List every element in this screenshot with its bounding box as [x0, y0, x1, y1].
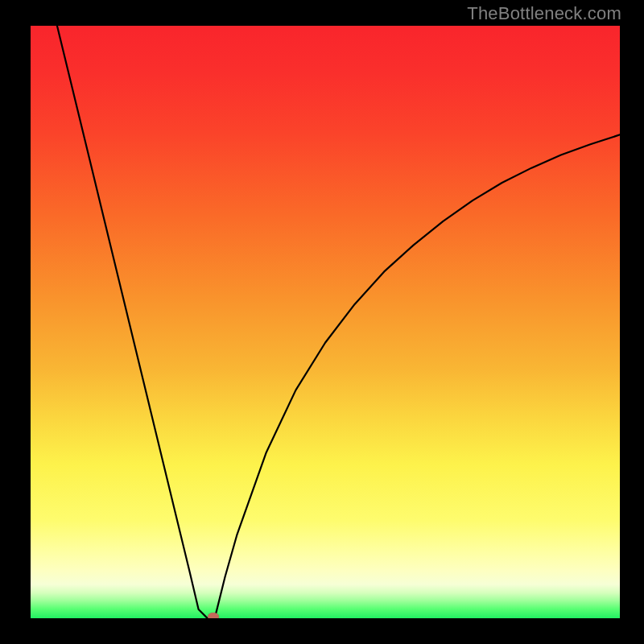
- bottleneck-curve-line: [57, 26, 620, 618]
- chart-frame: TheBottleneck.com: [0, 0, 644, 644]
- watermark-text: TheBottleneck.com: [467, 3, 621, 24]
- bottleneck-curve-svg: [31, 26, 620, 618]
- optimum-marker-icon: [208, 613, 219, 618]
- plot-area: [31, 26, 620, 618]
